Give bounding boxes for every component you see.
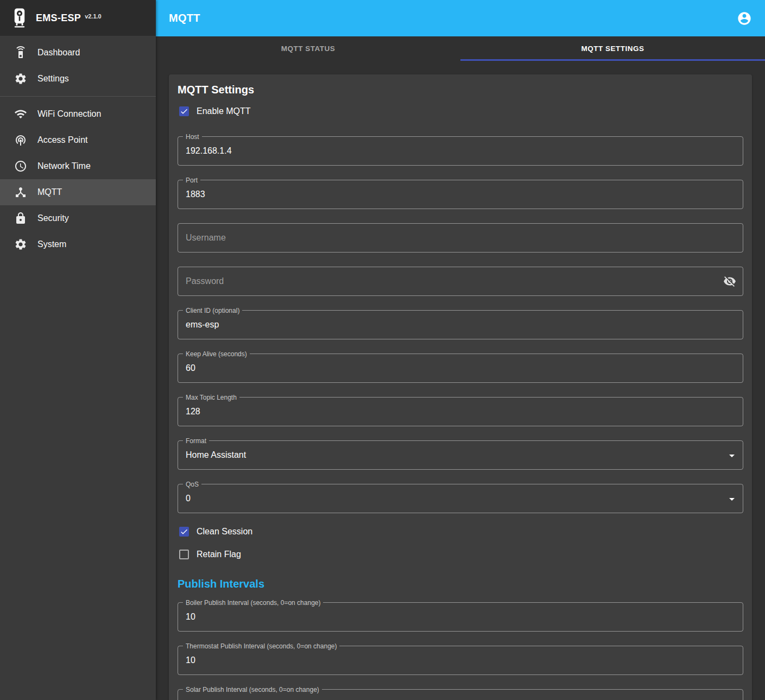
field-value: 192.168.1.4: [186, 146, 232, 156]
sidebar-item-mqtt[interactable]: MQTT: [0, 179, 156, 205]
gear-icon: [14, 238, 27, 251]
qos-select[interactable]: QoS 0: [178, 484, 743, 513]
ems-esp-logo-icon: [13, 8, 26, 28]
visibility-off-icon[interactable]: [723, 275, 736, 288]
sidebar-item-label: Settings: [37, 74, 69, 84]
host-field[interactable]: Host 192.168.1.4: [178, 136, 743, 166]
page-title: MQTT: [169, 12, 200, 24]
password-field[interactable]: Password: [178, 267, 743, 296]
lock-icon: [14, 212, 27, 225]
field-label: QoS: [183, 480, 201, 489]
port-field[interactable]: Port 1883: [178, 180, 743, 209]
tab-mqtt-status[interactable]: MQTT STATUS: [156, 36, 460, 61]
clock-icon: [14, 160, 27, 173]
retain-flag-checkbox[interactable]: Retain Flag: [178, 548, 743, 561]
boiler-publish-interval-field[interactable]: Boiler Publish Interval (seconds, 0=on c…: [178, 602, 743, 632]
field-label: Client ID (optional): [183, 306, 242, 315]
sidebar-item-access-point[interactable]: Access Point: [0, 127, 156, 153]
thermostat-publish-interval-field[interactable]: Thermostat Publish Interval (seconds, 0=…: [178, 646, 743, 675]
field-value: 60: [186, 363, 195, 373]
field-label: Keep Alive (seconds): [183, 350, 250, 358]
field-label: Thermostat Publish Interval (seconds, 0=…: [183, 642, 339, 651]
sidebar-item-label: Security: [37, 213, 69, 223]
checkbox-checked-icon: [179, 527, 189, 537]
field-value: 0: [186, 494, 191, 503]
appbar: MQTT: [156, 0, 765, 36]
main-area: MQTT MQTT STATUS MQTT SETTINGS MQTT Sett…: [156, 0, 765, 700]
field-value: 10: [186, 655, 195, 665]
account-icon[interactable]: [737, 11, 752, 26]
sidebar-header: EMS-ESP v2.1.0: [0, 0, 156, 36]
gear-icon: [14, 72, 27, 85]
client-id-field[interactable]: Client ID (optional) ems-esp: [178, 310, 743, 339]
field-label: Max Topic Length: [183, 393, 239, 402]
sidebar-divider: [0, 96, 156, 97]
username-field[interactable]: Username: [178, 223, 743, 253]
field-label: Solar Publish Interval (seconds, 0=on ch…: [183, 685, 322, 694]
field-placeholder: Password: [186, 276, 224, 286]
field-label: Host: [183, 133, 202, 141]
app-root: EMS-ESP v2.1.0 Dashboard Settings: [0, 0, 765, 700]
sidebar: EMS-ESP v2.1.0 Dashboard Settings: [0, 0, 156, 700]
chevron-down-icon: [725, 493, 738, 506]
remote-icon: [14, 46, 27, 59]
checkbox-label: Retain Flag: [197, 550, 241, 559]
app-title: EMS-ESP: [36, 12, 81, 24]
solar-publish-interval-field[interactable]: Solar Publish Interval (seconds, 0=on ch…: [178, 689, 743, 700]
wifi-icon: [14, 108, 27, 121]
content-area: MQTT Settings Enable MQTT Host 192.168.1…: [156, 61, 765, 700]
sidebar-item-label: WiFi Connection: [37, 109, 101, 119]
sidebar-item-network-time[interactable]: Network Time: [0, 153, 156, 179]
field-placeholder: Username: [186, 233, 226, 243]
tab-bar: MQTT STATUS MQTT SETTINGS: [156, 36, 765, 61]
checkbox-label: Enable MQTT: [197, 106, 251, 116]
tab-mqtt-settings[interactable]: MQTT SETTINGS: [460, 36, 765, 61]
checkbox-checked-icon: [179, 106, 189, 116]
field-label: Port: [183, 176, 200, 185]
sidebar-item-settings[interactable]: Settings: [0, 66, 156, 92]
wifi-tethering-icon: [14, 134, 27, 147]
sidebar-item-label: System: [37, 239, 66, 249]
field-label: Format: [183, 437, 209, 445]
sidebar-nav: Dashboard Settings WiFi Connection Acc: [0, 36, 156, 257]
sidebar-item-label: MQTT: [37, 187, 62, 197]
checkbox-label: Clean Session: [197, 527, 252, 537]
sidebar-item-label: Network Time: [37, 161, 91, 171]
clean-session-checkbox[interactable]: Clean Session: [178, 525, 743, 538]
mqtt-settings-card: MQTT Settings Enable MQTT Host 192.168.1…: [169, 74, 752, 700]
format-select[interactable]: Format Home Assistant: [178, 440, 743, 470]
field-value: Home Assistant: [186, 450, 246, 460]
device-hub-icon: [14, 186, 27, 199]
field-value: 1883: [186, 190, 205, 199]
checkbox-unchecked-icon: [179, 550, 189, 559]
max-topic-length-field[interactable]: Max Topic Length 128: [178, 397, 743, 426]
sidebar-item-label: Access Point: [37, 135, 87, 145]
publish-intervals-title: Publish Intervals: [178, 577, 743, 590]
keep-alive-field[interactable]: Keep Alive (seconds) 60: [178, 354, 743, 383]
sidebar-item-dashboard[interactable]: Dashboard: [0, 40, 156, 66]
sidebar-item-label: Dashboard: [37, 48, 80, 58]
enable-mqtt-checkbox[interactable]: Enable MQTT: [178, 105, 743, 118]
field-value: 128: [186, 407, 200, 417]
chevron-down-icon: [725, 449, 738, 462]
field-value: 10: [186, 612, 195, 622]
app-version: v2.1.0: [85, 13, 102, 20]
field-value: ems-esp: [186, 320, 219, 330]
sidebar-item-wifi-connection[interactable]: WiFi Connection: [0, 101, 156, 127]
sidebar-item-system[interactable]: System: [0, 231, 156, 257]
sidebar-item-security[interactable]: Security: [0, 205, 156, 231]
field-label: Boiler Publish Interval (seconds, 0=on c…: [183, 598, 323, 607]
form-title: MQTT Settings: [178, 83, 743, 96]
